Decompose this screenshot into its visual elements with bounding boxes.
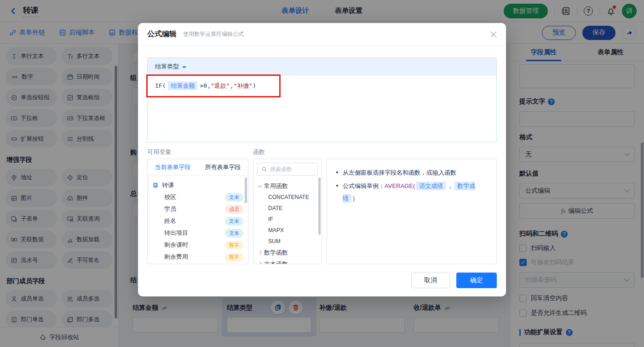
caret-right-icon <box>258 250 262 255</box>
modal-title: 公式编辑 <box>147 29 177 39</box>
variable-item[interactable]: 剩余课时数字 <box>152 239 243 251</box>
function-item[interactable]: CONCATENATE <box>258 192 317 203</box>
help-panel: 从左侧面板选择字段名和函数，或输入函数 公式编辑举例：AVERAGE(语文成绩，… <box>327 159 497 264</box>
formula-string: "补缴" <box>233 82 253 89</box>
function-group-common[interactable]: 常用函数 <box>258 180 317 192</box>
formula-editor: 结算类型 = IF(结算金额>0,"退款","补缴") <box>147 57 497 142</box>
bullet-dot <box>336 185 338 187</box>
functions-label: 函数 <box>253 148 265 156</box>
tab-current-form-fields[interactable]: 当前表单字段 <box>148 159 198 175</box>
variable-item[interactable]: 姓名文本 <box>152 215 243 227</box>
function-item[interactable]: SUM <box>258 236 317 247</box>
variable-item[interactable]: 转出项目文本 <box>152 227 243 239</box>
search-icon <box>261 166 267 172</box>
caret-down-icon <box>258 183 262 188</box>
form-doc-icon <box>152 182 159 188</box>
formula-target: 结算类型 = <box>148 58 496 75</box>
variables-panel: 当前表单字段 所有表单字段 转课 校区文本 学员成员 姓名文本 转出项目文本 剩… <box>147 159 248 264</box>
cancel-button[interactable]: 取消 <box>411 273 450 288</box>
type-badge: 数字 <box>225 241 243 250</box>
formula-op: >0, <box>200 82 210 89</box>
formula-fn: IF( <box>155 82 166 89</box>
type-badge: 成员 <box>225 205 243 214</box>
function-item[interactable]: MAPX <box>258 225 317 236</box>
formula-field-token[interactable]: 结算金额 <box>168 81 197 90</box>
type-badge: 数字 <box>225 253 243 262</box>
search-placeholder: 搜索函数 <box>270 165 292 173</box>
function-group-text[interactable]: 文本函数 <box>258 258 317 264</box>
variable-item[interactable]: 剩余费用数字 <box>152 251 243 263</box>
bullet-dot <box>336 171 338 173</box>
example-field-token: 语文成绩 <box>416 182 446 190</box>
function-item[interactable]: DATE <box>258 203 317 214</box>
ok-button[interactable]: 确定 <box>456 273 497 288</box>
variable-item[interactable]: 校区文本 <box>152 191 243 203</box>
type-badge: 文本 <box>225 193 243 202</box>
formula-input-area[interactable]: IF(结算金额>0,"退款","补缴") <box>148 75 496 97</box>
functions-panel: 搜索函数 常用函数 CONCATENATE DATE IF MAPX SUM 数… <box>253 159 322 264</box>
variable-item[interactable]: 学员成员 <box>152 203 243 215</box>
caret-right-icon <box>258 262 262 264</box>
help-line-1: 从左侧面板选择字段名和函数，或输入函数 <box>343 166 456 179</box>
modal-subtitle: 使用数学运算符编辑公式 <box>183 30 244 38</box>
function-group-math[interactable]: 数学函数 <box>258 247 317 258</box>
functions-scrollbar[interactable] <box>318 177 321 235</box>
help-line-2: 公式编辑举例：AVERAGE(语文成绩，数学成绩) <box>343 180 487 205</box>
app-root: 转课 表单设计 表单设置 数据管理 ? 训 表单外链 后端脚本 数据权 预览 保… <box>0 0 644 347</box>
formula-string: "退款" <box>211 82 230 89</box>
type-badge: 文本 <box>225 229 243 238</box>
function-item[interactable]: IF <box>258 214 317 225</box>
tab-all-form-fields[interactable]: 所有表单字段 <box>198 159 248 175</box>
variables-label: 可用变量 <box>147 148 171 156</box>
form-node[interactable]: 转课 <box>152 179 243 191</box>
close-icon[interactable] <box>490 31 497 38</box>
type-badge: 文本 <box>225 217 243 226</box>
variables-scrollbar[interactable] <box>245 177 247 203</box>
function-search-input[interactable]: 搜索函数 <box>257 163 318 176</box>
formula-close: ) <box>253 82 256 89</box>
formula-edit-modal: 公式编辑 使用数学运算符编辑公式 结算类型 = IF(结算金额>0,"退款","… <box>138 23 506 296</box>
